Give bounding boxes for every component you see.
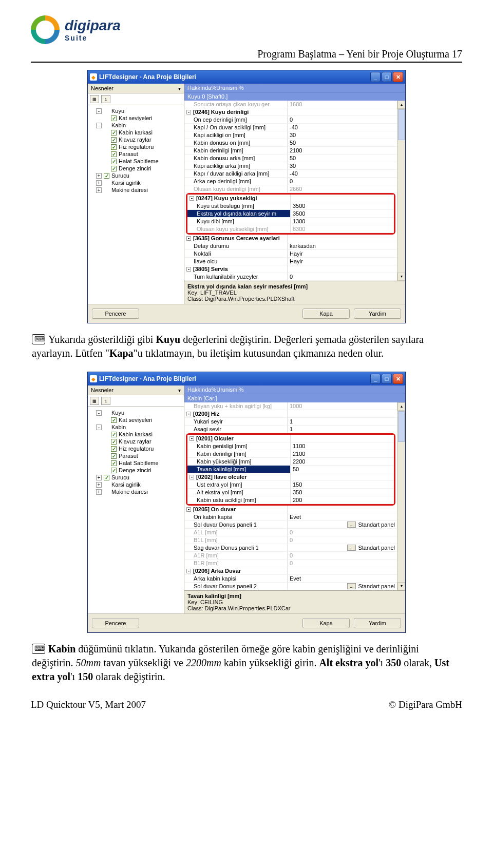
property-row[interactable]: B1R [mm]0 bbox=[184, 560, 397, 567]
property-row[interactable]: B1L [mm]0 bbox=[184, 536, 397, 544]
property-row[interactable]: On kabin kapisiEvet bbox=[184, 513, 397, 521]
tree-node[interactable]: ✓Denge zinciri bbox=[103, 165, 183, 172]
property-row[interactable]: Olusan kuyu derinligi [mm]2660 bbox=[184, 185, 397, 193]
property-value[interactable]: 2100 bbox=[290, 450, 394, 457]
property-value[interactable]: 0 bbox=[287, 116, 397, 123]
property-value[interactable]: karkasdan bbox=[287, 242, 397, 249]
tree-node[interactable]: ✓Kat seviyeleri bbox=[103, 114, 183, 122]
property-value[interactable]: -40 bbox=[287, 170, 397, 177]
property-row[interactable]: Alt ekstra yol [mm]350 bbox=[187, 489, 394, 496]
scroll-up-button[interactable]: ▴ bbox=[397, 101, 405, 109]
property-group-header[interactable]: -[0200] Hiz bbox=[184, 410, 397, 418]
property-value[interactable]: ... Standart panel bbox=[287, 521, 397, 528]
property-row[interactable]: Sonucta ortaya çikan kuyu ger1680 bbox=[184, 101, 397, 108]
property-value[interactable]: 30 bbox=[287, 162, 397, 169]
maximize-button[interactable]: □ bbox=[382, 374, 392, 384]
property-row[interactable]: A1L [mm]0 bbox=[184, 529, 397, 536]
property-row[interactable]: Sol duvar Donus paneli 1... Standart pan… bbox=[184, 521, 397, 529]
property-row[interactable]: Kabin donusu arka [mm]50 bbox=[184, 155, 397, 162]
property-group-header[interactable]: -[0206] Arka Duvar bbox=[184, 567, 397, 575]
scroll-thumb[interactable] bbox=[398, 109, 405, 140]
property-value[interactable]: 0 bbox=[287, 273, 397, 280]
tree-node[interactable]: +✓Surucu bbox=[96, 474, 183, 481]
property-value[interactable]: 0 bbox=[287, 560, 397, 567]
tree-node[interactable]: ✓Parasut bbox=[103, 150, 183, 158]
property-row[interactable]: Ilave olcuHayir bbox=[184, 258, 397, 265]
property-group-header[interactable]: -[0246] Kuyu derinligi bbox=[184, 108, 397, 116]
property-group-header[interactable]: -[0205] On duvar bbox=[184, 506, 397, 513]
property-row[interactable]: Kuyu dibi [mm]1300 bbox=[187, 218, 394, 225]
property-value[interactable] bbox=[287, 108, 397, 115]
property-row[interactable]: Olusan kuyu yuksekligi [mm]8300 bbox=[187, 225, 394, 233]
pencere-button[interactable]: Pencere bbox=[92, 308, 139, 319]
toolbar-icon[interactable]: ▦ bbox=[90, 397, 99, 405]
property-value[interactable]: 2660 bbox=[287, 185, 397, 192]
pencere-button[interactable]: Pencere bbox=[92, 618, 139, 628]
scroll-up-button[interactable]: ▴ bbox=[397, 402, 405, 411]
property-value[interactable]: 50 bbox=[287, 139, 397, 146]
property-value[interactable]: ... Standart panel bbox=[287, 544, 397, 551]
property-value[interactable]: 1100 bbox=[290, 442, 394, 450]
property-row[interactable]: A1R [mm]0 bbox=[184, 552, 397, 560]
browse-button[interactable]: ... bbox=[347, 545, 356, 551]
property-row[interactable]: On cep derinligi [mm]0 bbox=[184, 116, 397, 124]
property-value[interactable]: Hayir bbox=[287, 250, 397, 257]
tree-node[interactable]: ✓Denge zinciri bbox=[103, 467, 183, 474]
tree-node[interactable]: ✓Hiz regulatoru bbox=[103, 143, 183, 150]
tree-node[interactable]: +Karsi agirlik bbox=[96, 179, 183, 186]
property-row[interactable]: Beyan yuku + kabin agirligi [kg]1000 bbox=[184, 402, 397, 410]
property-group-header[interactable]: -[0202] Ilave olculer bbox=[187, 473, 394, 481]
property-row[interactable]: Kuyu ust boslugu [mm]3500 bbox=[187, 202, 394, 210]
property-value[interactable]: 0 bbox=[287, 536, 397, 544]
property-group-header[interactable]: -[0247] Kuyu yuksekligi bbox=[187, 195, 394, 202]
property-value[interactable]: 1 bbox=[287, 418, 397, 425]
property-row[interactable]: Asagi sevir1 bbox=[184, 426, 397, 433]
property-row[interactable]: Kabin derinligi [mm]2100 bbox=[184, 147, 397, 155]
titlebar[interactable]: ◆ LIFTdesigner - Ana Proje Bilgileri _ □… bbox=[88, 70, 405, 84]
property-row[interactable]: Ekstra yol dışında kalan seyir m3500 bbox=[187, 210, 394, 218]
property-row[interactable]: Sag duvar Donus paneli 1... Standart pan… bbox=[184, 544, 397, 552]
property-row[interactable]: Kapı / duvar acikligi arka [mm]-40 bbox=[184, 170, 397, 178]
tree-node[interactable]: ✓Parasut bbox=[103, 452, 183, 459]
browse-button[interactable]: ... bbox=[347, 583, 356, 589]
yardim-button[interactable]: Yardim bbox=[354, 308, 401, 319]
property-value[interactable]: 3500 bbox=[290, 202, 394, 209]
tree-node[interactable]: ✓Klavuz raylar bbox=[103, 136, 183, 143]
tree-node[interactable]: +Karsi agirlik bbox=[96, 481, 183, 488]
tree-node[interactable]: ✓Hiz regulatoru bbox=[103, 445, 183, 452]
property-row[interactable]: Yukari seyir1 bbox=[184, 418, 397, 426]
tree-node[interactable]: +Makine dairesi bbox=[96, 488, 183, 495]
titlebar[interactable]: ◆ LIFTdesigner - Ana Proje Bilgileri _ □… bbox=[88, 372, 405, 385]
property-value[interactable]: 30 bbox=[287, 131, 397, 139]
maximize-button[interactable]: □ bbox=[382, 72, 392, 82]
property-row[interactable]: Kabin ustu acikligi [mm]200 bbox=[187, 496, 394, 504]
property-value[interactable]: -40 bbox=[287, 124, 397, 131]
kapa-button[interactable]: Kapa bbox=[302, 308, 350, 319]
property-row[interactable]: Tum kullanilabilir yuzeyler0 bbox=[184, 273, 397, 281]
property-value[interactable]: 350 bbox=[290, 489, 394, 496]
property-value[interactable]: 0 bbox=[287, 178, 397, 185]
property-value[interactable]: ... Standart panel bbox=[287, 583, 397, 590]
property-value[interactable]: 3500 bbox=[290, 210, 394, 217]
property-value[interactable]: 1 bbox=[287, 426, 397, 433]
tree-node[interactable]: +Makine dairesi bbox=[96, 186, 183, 194]
tree-node[interactable]: ✓Kabin karkasi bbox=[103, 129, 183, 136]
property-row[interactable]: Kabin genisligi [mm]1100 bbox=[187, 442, 394, 450]
property-row[interactable]: Kabin donusu on [mm]50 bbox=[184, 139, 397, 147]
property-value[interactable] bbox=[287, 235, 397, 242]
property-value[interactable]: 0 bbox=[287, 552, 397, 559]
property-row[interactable]: Arka cep derinligi [mm]0 bbox=[184, 178, 397, 185]
vertical-scrollbar[interactable]: ▴ ▾ bbox=[397, 101, 405, 281]
property-value[interactable]: Evet bbox=[287, 575, 397, 582]
property-row[interactable]: Ust extra yol [mm]150 bbox=[187, 481, 394, 489]
tree-header-dropdown[interactable]: Nesneler▾ bbox=[88, 84, 184, 93]
minimize-button[interactable]: _ bbox=[370, 72, 381, 82]
toolbar-icon[interactable]: 1 bbox=[101, 95, 110, 103]
property-value[interactable]: 1000 bbox=[287, 402, 397, 410]
property-row[interactable]: Sol duvar Donus paneli 2... Standart pan… bbox=[184, 583, 397, 590]
tree-node[interactable]: -Kabin bbox=[96, 423, 183, 431]
property-value[interactable]: 50 bbox=[287, 155, 397, 162]
kapa-button[interactable]: Kapa bbox=[302, 618, 350, 628]
tree-node[interactable]: -Kuyu bbox=[96, 107, 183, 114]
property-value[interactable]: 1300 bbox=[290, 218, 394, 225]
